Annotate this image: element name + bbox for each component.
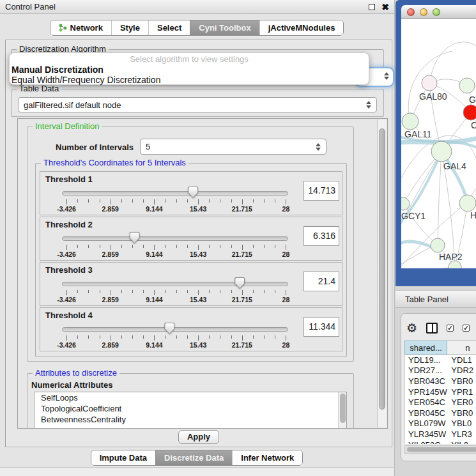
network-node-label: GCY1 <box>401 211 426 221</box>
network-node[interactable] <box>463 105 476 120</box>
threshold-2-row: Threshold 2 -3.4262.8599.14415.4321.7152… <box>40 217 342 261</box>
network-node[interactable] <box>431 238 445 252</box>
tab-style[interactable]: Style <box>111 20 148 35</box>
dropdown-option-manual-discretization[interactable]: Manual Discretization <box>10 65 369 75</box>
tab-select[interactable]: Select <box>148 20 190 35</box>
column-layout-icon[interactable] <box>426 323 438 334</box>
table-row[interactable]: YER054CYER0 <box>405 397 476 408</box>
slider-tick-labels: -3.4262.8599.14415.4321.71528 <box>62 250 288 258</box>
table-row[interactable]: YBR043CYBR0 <box>405 376 476 387</box>
list-item[interactable]: TopologicalCoefficient <box>35 403 346 414</box>
slider-track[interactable] <box>62 327 288 332</box>
slider-ticks <box>62 335 288 341</box>
table-row[interactable]: YPR145WYPR1 <box>405 387 476 397</box>
scrollbar-thumb[interactable] <box>379 128 385 410</box>
checkbox-icon[interactable]: ✓ <box>447 325 454 332</box>
network-view-window[interactable]: GAL80GACGAL11GAL4GCY1HHAP2 <box>395 0 476 286</box>
column-header-name[interactable]: n <box>447 341 476 355</box>
list-item[interactable]: BetweennessCentrality <box>35 414 346 425</box>
threshold-4-value-field[interactable]: 11.344 <box>303 317 339 337</box>
slider-ticks <box>62 244 288 250</box>
table-row[interactable]: YBL079WYBL0 <box>405 418 476 429</box>
dropdown-option-equal-width-frequency[interactable]: Equal Width/Frequency Discretization <box>10 75 369 85</box>
network-node-label: HAP2 <box>439 252 463 262</box>
node-attribute-table: shared... n YDL19...YDL1 YDR27...YDR2 YB… <box>404 341 476 444</box>
table-row[interactable]: YDL19...YDL1 <box>405 355 476 365</box>
top-tab-strip: Network Style Select Cyni Toolbox jActiv… <box>0 20 394 36</box>
tab-cyni-toolbox[interactable]: Cyni Toolbox <box>190 20 259 35</box>
network-node[interactable] <box>459 78 475 93</box>
network-icon <box>59 24 67 32</box>
slider-thumb[interactable] <box>188 187 198 198</box>
num-intervals-value: 5 <box>146 142 150 151</box>
network-canvas[interactable]: GAL80GACGAL11GAL4GCY1HHAP2 <box>401 19 476 268</box>
zoom-window-icon[interactable] <box>433 8 440 16</box>
slider-track[interactable] <box>62 236 288 241</box>
bottom-divider <box>0 467 394 476</box>
table-data-combo-value: galFiltered.sif default node <box>24 100 121 110</box>
list-item[interactable]: SelfLoops <box>35 392 346 403</box>
threshold-4-row: Threshold 4 -3.4262.8599.14415.4321.7152… <box>40 307 342 351</box>
slider-tick-labels: -3.4262.8599.14415.4321.71528 <box>62 341 288 349</box>
slider-tick-labels: -3.4262.8599.14415.4321.71528 <box>62 205 288 213</box>
slider-ticks <box>62 199 288 204</box>
threshold-4-slider[interactable]: -3.4262.8599.14415.4321.71528 <box>40 308 342 351</box>
slider-track[interactable] <box>62 191 288 196</box>
tab-impute-data[interactable]: Impute Data <box>91 450 155 465</box>
tab-infer-network[interactable]: Infer Network <box>232 450 302 465</box>
table-row[interactable]: YIL053CYIL0 <box>405 440 476 444</box>
network-node[interactable] <box>401 197 410 210</box>
network-window-titlebar[interactable] <box>401 5 476 19</box>
network-node[interactable] <box>459 195 476 211</box>
float-panel-icon[interactable] <box>369 4 375 10</box>
table-data-combobox[interactable]: galFiltered.sif default node <box>18 97 377 112</box>
apply-button[interactable]: Apply <box>178 430 219 444</box>
tab-jactivemnodules[interactable]: jActiveMNodules <box>259 20 344 35</box>
table-row[interactable]: YBR045CYBR0 <box>405 408 476 418</box>
interval-definition-group: Interval Definition Number of Intervals … <box>27 127 354 362</box>
minimize-window-icon[interactable] <box>420 8 427 16</box>
threshold-1-slider[interactable]: -3.4262.8599.14415.4321.71528 <box>40 172 342 215</box>
table-horizontal-scrollbar[interactable] <box>404 445 476 454</box>
control-panel: Control Panel ✖ Network <box>0 0 395 476</box>
threshold-1-value-field[interactable]: 14.713 <box>303 181 339 201</box>
threshold-3-row: Threshold 3 -3.4262.8599.14415.4321.7152… <box>40 262 342 306</box>
gear-icon[interactable]: ⚙ <box>406 322 417 334</box>
tab-discretize-data[interactable]: Discretize Data <box>155 450 232 465</box>
scrollbar-thumb[interactable] <box>407 447 476 452</box>
slider-tick-labels: -3.4262.8599.14415.4321.71528 <box>62 296 288 303</box>
table-panel-toolbar: ⚙ ✓ ✓ <box>406 319 470 337</box>
network-node[interactable] <box>402 113 418 130</box>
threshold-3-value-field[interactable]: 21.4 <box>303 272 339 291</box>
network-node-label: H <box>470 210 476 220</box>
network-node[interactable] <box>431 141 452 162</box>
threshold-2-slider[interactable]: -3.4262.8599.14415.4321.71528 <box>40 217 342 260</box>
column-header-shared-name[interactable]: shared... <box>404 341 447 355</box>
slider-thumb[interactable] <box>234 277 245 289</box>
algorithm-settings-panel: Interval Definition Number of Intervals … <box>17 118 388 429</box>
num-intervals-label: Number of Intervals <box>56 142 134 152</box>
numerical-attributes-list[interactable]: SelfLoops TopologicalCoefficient Between… <box>34 392 347 429</box>
table-row[interactable]: YLR345WYLR3 <box>405 429 476 440</box>
tab-network[interactable]: Network <box>50 20 111 35</box>
threshold-3-slider[interactable]: -3.4262.8599.14415.4321.71528 <box>40 263 342 305</box>
num-intervals-combobox[interactable]: 5 <box>140 139 326 155</box>
checkbox-icon[interactable]: ✓ <box>463 325 470 332</box>
network-node[interactable] <box>422 75 437 91</box>
slider-track[interactable] <box>62 282 288 286</box>
thresholds-group-title: Threshold's Coordinates for 5 Intervals <box>41 158 188 167</box>
close-window-icon[interactable] <box>407 8 415 16</box>
table-panel-titlebar: Table Panel <box>395 290 476 308</box>
combo-arrows-icon <box>380 72 389 80</box>
numerical-attributes-label: Numerical Attributes <box>31 380 112 390</box>
settings-scrollbar[interactable] <box>377 119 387 427</box>
combo-arrows-icon <box>362 101 371 109</box>
list-scrollbar[interactable] <box>338 392 346 429</box>
slider-thumb[interactable] <box>164 323 174 334</box>
dropdown-placeholder-item[interactable]: Select algorithm to view settings <box>10 54 369 65</box>
table-body[interactable]: YDL19...YDL1 YDR27...YDR2 YBR043CYBR0 YP… <box>404 355 476 444</box>
table-row[interactable]: YDR27...YDR2 <box>405 365 476 376</box>
close-panel-icon[interactable]: ✖ <box>381 4 389 10</box>
threshold-2-value-field[interactable]: 6.316 <box>303 226 339 246</box>
slider-thumb[interactable] <box>130 232 140 243</box>
